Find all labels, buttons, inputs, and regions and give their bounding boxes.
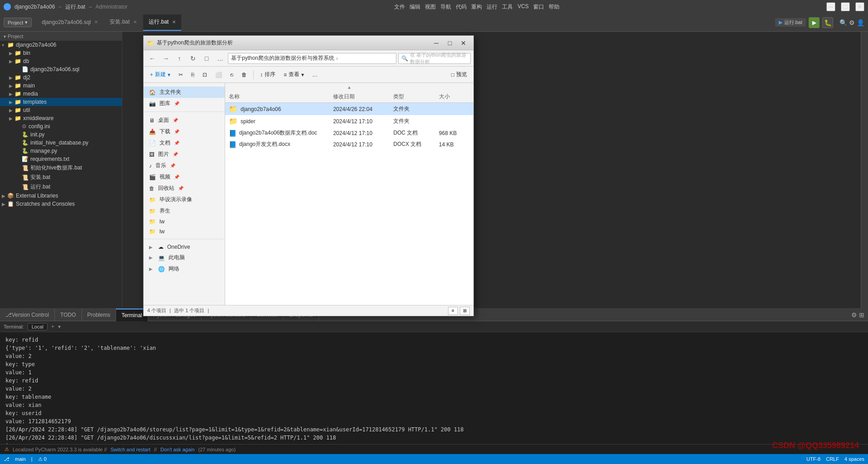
terminal-expand-btn[interactable]: ⊞ xyxy=(859,311,864,319)
tree-item-dj2[interactable]: ▶ 📁 dj2 xyxy=(0,73,122,82)
fe-more-nav-btn[interactable]: … xyxy=(214,53,226,64)
fe-file-row-2[interactable]: 📁 spider 2024/4/12 17:10 文件夹 xyxy=(225,115,473,127)
fe-sidebar-videos[interactable]: 🎬 视频 📌 xyxy=(144,171,225,183)
run-config-display[interactable]: ▶ 运行.bat xyxy=(775,18,806,27)
sidebar-header[interactable]: ▾ Project xyxy=(0,32,122,41)
fe-col-header-name[interactable]: 名称 xyxy=(225,93,329,101)
tree-item-hive[interactable]: ▶ 🐍 initial_hive_database.py xyxy=(0,139,122,147)
debug-button[interactable]: 🐛 xyxy=(822,17,833,28)
menu-tools[interactable]: 工具 xyxy=(500,3,515,11)
tab-problems[interactable]: Problems xyxy=(82,309,116,321)
tree-item-media[interactable]: ▶ 📁 media xyxy=(0,90,122,98)
minimize-button[interactable]: ─ xyxy=(826,2,835,11)
fe-view-btn[interactable]: ≡ 查看 ▾ xyxy=(280,69,308,80)
fe-col-header-type[interactable]: 类型 xyxy=(390,93,435,101)
fe-sidebar-pictures[interactable]: 🖼 图片 📌 xyxy=(144,149,225,160)
maximize-button[interactable]: □ xyxy=(841,2,850,11)
fe-sidebar-demo[interactable]: 📁 毕设演示录像 xyxy=(144,194,225,205)
terminal-add-btn[interactable]: + xyxy=(51,324,54,330)
tab-run[interactable]: 运行.bat ✕ xyxy=(143,14,181,31)
fe-shortcut-btn[interactable]: ⎋ xyxy=(227,70,237,79)
project-dropdown-button[interactable]: Project ▾ xyxy=(4,18,32,27)
fe-sidebar-downloads[interactable]: 📥 下载 📌 xyxy=(144,126,225,137)
fe-file-row-3[interactable]: 📘 django2b7a4o06数据库文档.doc 2024/4/12 17:1… xyxy=(225,127,473,139)
menu-edit[interactable]: 编辑 xyxy=(408,3,422,11)
menu-file[interactable]: 文件 xyxy=(392,3,407,11)
tree-root[interactable]: ▾ 📁 django2b7a4o06 xyxy=(0,41,122,49)
menu-code[interactable]: 代码 xyxy=(454,3,468,11)
fe-sidebar-thispc[interactable]: ▶ 💻 此电脑 xyxy=(144,252,225,263)
fe-sidebar-trash[interactable]: 🗑 回收站 📌 xyxy=(144,183,225,194)
tab-todo[interactable]: TODO xyxy=(55,309,82,321)
notif-dismiss-link[interactable]: Don't ask again xyxy=(160,447,194,452)
fe-sidebar-onedrive[interactable]: ▶ ☁ OneDrive xyxy=(144,242,225,252)
fe-back-btn[interactable]: ← xyxy=(146,53,158,64)
close-button[interactable]: ✕ xyxy=(855,2,864,11)
tree-item-sql[interactable]: ▶ 📄 django2b7a4o06.sql xyxy=(0,65,122,73)
fe-recent-btn[interactable]: □ xyxy=(201,53,212,64)
tree-item-install-bat[interactable]: ▶ 📜 安装.bat xyxy=(0,173,122,182)
tab-version-control[interactable]: ⎇ Version Control xyxy=(0,309,55,321)
fe-breadcrumb[interactable]: 基于python爬虫的旅游数据分析与推荐系统 › xyxy=(228,53,396,64)
tree-item-bin[interactable]: ▶ 📁 bin xyxy=(0,49,122,57)
tab-sql-close[interactable]: ✕ xyxy=(94,19,98,24)
menu-navigate[interactable]: 导航 xyxy=(439,3,453,11)
fe-maximize-btn[interactable]: □ xyxy=(444,38,456,48)
fe-delete-btn[interactable]: 🗑 xyxy=(238,70,251,79)
tree-item-manage[interactable]: ▶ 🐍 manage.py xyxy=(0,147,122,155)
menu-window[interactable]: 窗口 xyxy=(531,3,546,11)
fe-sidebar-photos[interactable]: 📷 图库 📌 xyxy=(144,98,225,109)
fe-cut-btn[interactable]: ✂ xyxy=(175,70,187,79)
tab-install-close[interactable]: ✕ xyxy=(133,19,137,24)
tree-item-requirements[interactable]: ▶ 📝 requirements.txt xyxy=(0,155,122,163)
fe-share-btn[interactable]: ⬜ xyxy=(212,70,226,79)
fe-sidebar-music[interactable]: ♪ 音乐 📌 xyxy=(144,160,225,171)
terminal-dropdown-btn[interactable]: ▾ xyxy=(58,324,61,330)
run-button[interactable]: ▶ xyxy=(809,17,820,28)
fe-up-btn[interactable]: ↑ xyxy=(174,53,185,64)
fe-col-header-date[interactable]: 修改日期 xyxy=(329,93,390,101)
tab-install[interactable]: 安装.bat ✕ xyxy=(104,14,142,31)
menu-run[interactable]: 运行 xyxy=(485,3,499,11)
fe-view-list-btn[interactable]: ≡ xyxy=(448,307,458,315)
fe-col-header-size[interactable]: 大小 xyxy=(435,93,473,101)
tree-item-config[interactable]: ▶ ⚙ config.ini xyxy=(0,122,122,130)
tree-item-ext-lib[interactable]: ▶ 📦 External Libraries xyxy=(0,192,122,200)
tree-item-run-bat[interactable]: ▶ 📜 运行.bat xyxy=(0,182,122,192)
fe-more-btn[interactable]: … xyxy=(309,70,321,79)
fe-sidebar-network[interactable]: ▶ 🌐 网络 xyxy=(144,263,225,275)
notif-switch-link[interactable]: Switch and restart xyxy=(111,447,150,452)
terminal-settings-btn[interactable]: ⚙ xyxy=(851,311,857,319)
fe-sidebar-docs[interactable]: 📄 文档 📌 xyxy=(144,137,225,149)
fe-file-row-1[interactable]: 📁 django2b7a4o06 2024/4/26 22:04 文件夹 xyxy=(225,103,473,115)
tree-item-db[interactable]: ▶ 📁 db xyxy=(0,57,122,65)
tree-item-xmiddleware[interactable]: ▶ 📁 xmiddleware xyxy=(0,114,122,122)
fe-sidebar-yangshen[interactable]: 📁 养生 xyxy=(144,205,225,217)
fe-paste-btn[interactable]: ⊡ xyxy=(199,70,211,79)
fe-forward-btn[interactable]: → xyxy=(160,53,172,64)
fe-preview-btn[interactable]: □ 预览 xyxy=(448,69,471,80)
fe-new-btn[interactable]: + 新建 ▾ xyxy=(146,69,174,80)
fe-file-row-4[interactable]: 📘 django开发文档.docx 2024/4/12 17:10 DOCX 文… xyxy=(225,139,473,150)
menu-vcs[interactable]: VCS xyxy=(516,3,530,11)
tree-item-util[interactable]: ▶ 📁 util xyxy=(0,106,122,114)
fe-view-grid-btn[interactable]: ⊞ xyxy=(460,307,470,315)
terminal-local-tab[interactable]: Local xyxy=(28,323,48,330)
fe-search-box[interactable]: 🔍 在 基于python爬虫的旅游数据分析 xyxy=(398,53,471,64)
search-icon-btn[interactable]: 🔍 xyxy=(839,19,847,26)
fe-refresh-btn[interactable]: ↻ xyxy=(187,53,199,64)
tree-item-init[interactable]: ▶ 🐍 init.py xyxy=(0,130,122,139)
menu-refactor[interactable]: 重构 xyxy=(469,3,484,11)
fe-copy-btn[interactable]: ⎘ xyxy=(188,70,198,79)
fe-sidebar-lw1[interactable]: 📁 lw xyxy=(144,217,225,227)
fe-sidebar-home[interactable]: 🏠 主文件夹 xyxy=(144,87,225,98)
tab-sql[interactable]: django2b7a4o06.sql ✕ xyxy=(36,14,103,31)
tab-run-close[interactable]: ✕ xyxy=(172,19,176,24)
fe-minimize-btn[interactable]: ─ xyxy=(430,38,443,48)
tree-item-main[interactable]: ▶ 📁 main xyxy=(0,82,122,90)
menu-help[interactable]: 帮助 xyxy=(547,3,561,11)
fe-sidebar-desktop[interactable]: 🖥 桌面 📌 xyxy=(144,115,225,126)
fe-close-btn[interactable]: ✕ xyxy=(457,38,470,48)
tree-item-scratches[interactable]: ▶ 📋 Scratches and Consoles xyxy=(0,200,122,208)
fe-sort-btn[interactable]: ↕ 排序 xyxy=(256,69,279,80)
